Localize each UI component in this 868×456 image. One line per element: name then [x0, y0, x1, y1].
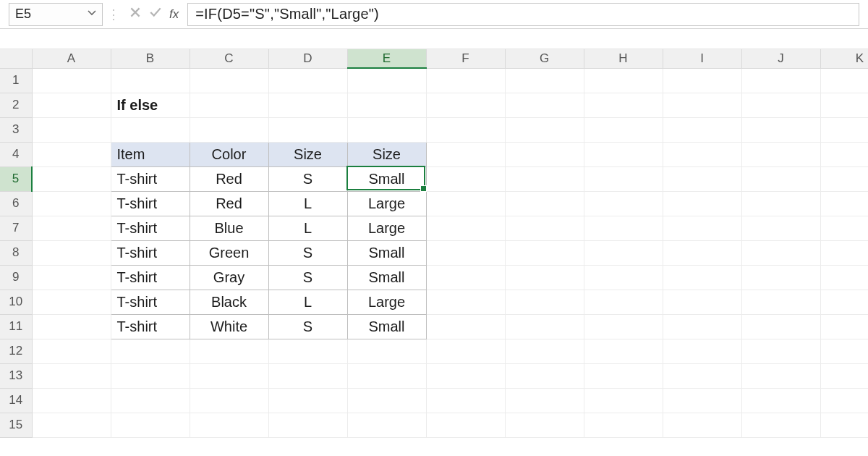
cell-D10[interactable]: L — [268, 290, 347, 314]
cell-J5[interactable] — [741, 166, 820, 191]
cell-D6[interactable]: L — [268, 191, 347, 216]
cell-K4[interactable] — [820, 142, 868, 166]
cell-F10[interactable] — [426, 290, 505, 314]
cell-K9[interactable] — [820, 265, 868, 290]
cell-B10[interactable]: T-shirt — [111, 290, 190, 314]
cell-A5[interactable] — [32, 166, 111, 191]
cell-D3[interactable] — [268, 117, 347, 142]
cell-A3[interactable] — [32, 117, 111, 142]
col-header-I[interactable]: I — [663, 49, 741, 68]
cell-B15[interactable] — [111, 413, 190, 437]
cell-B7[interactable]: T-shirt — [111, 216, 190, 240]
col-header-C[interactable]: C — [190, 49, 268, 68]
cell-C9[interactable]: Gray — [190, 265, 268, 290]
cell-C4[interactable]: Color — [190, 142, 268, 166]
cell-E4[interactable]: Size — [347, 142, 426, 166]
cell-B12[interactable] — [111, 339, 190, 363]
cell-A2[interactable] — [32, 93, 111, 117]
cell-H13[interactable] — [584, 363, 663, 388]
cell-D5[interactable]: S — [268, 166, 347, 191]
cell-I6[interactable] — [663, 191, 741, 216]
cell-D7[interactable]: L — [268, 216, 347, 240]
cell-J2[interactable] — [741, 93, 820, 117]
cell-F8[interactable] — [426, 240, 505, 265]
cell-E13[interactable] — [347, 363, 426, 388]
cell-G2[interactable] — [505, 93, 584, 117]
cell-I2[interactable] — [663, 93, 741, 117]
cell-A15[interactable] — [32, 413, 111, 437]
cell-E15[interactable] — [347, 413, 426, 437]
cell-H6[interactable] — [584, 191, 663, 216]
cell-G5[interactable] — [505, 166, 584, 191]
cell-D11[interactable]: S — [268, 314, 347, 339]
cell-K15[interactable] — [820, 413, 868, 437]
sheet-area[interactable]: A B C D E F G H I J K 12If else34ItemCol… — [0, 49, 868, 438]
row-header-10[interactable]: 10 — [0, 290, 32, 314]
cell-F3[interactable] — [426, 117, 505, 142]
cell-E6[interactable]: Large — [347, 191, 426, 216]
fx-icon[interactable]: fx — [169, 7, 183, 22]
cell-D15[interactable] — [268, 413, 347, 437]
formula-input[interactable]: =IF(D5="S","Small","Large") — [187, 3, 859, 26]
cell-H4[interactable] — [584, 142, 663, 166]
col-header-K[interactable]: K — [820, 49, 868, 68]
row-header-5[interactable]: 5 — [0, 166, 32, 191]
cell-B5[interactable]: T-shirt — [111, 166, 190, 191]
cell-C10[interactable]: Black — [190, 290, 268, 314]
cell-C14[interactable] — [190, 388, 268, 413]
row-header-13[interactable]: 13 — [0, 363, 32, 388]
cell-I1[interactable] — [663, 68, 741, 93]
cell-F1[interactable] — [426, 68, 505, 93]
cell-B2[interactable]: If else — [111, 93, 190, 117]
cell-J1[interactable] — [741, 68, 820, 93]
row-header-6[interactable]: 6 — [0, 191, 32, 216]
cell-A9[interactable] — [32, 265, 111, 290]
cell-G6[interactable] — [505, 191, 584, 216]
cell-C3[interactable] — [190, 117, 268, 142]
cell-E1[interactable] — [347, 68, 426, 93]
cell-B13[interactable] — [111, 363, 190, 388]
spreadsheet-grid[interactable]: A B C D E F G H I J K 12If else34ItemCol… — [0, 49, 868, 438]
cell-A8[interactable] — [32, 240, 111, 265]
cell-J9[interactable] — [741, 265, 820, 290]
cell-C5[interactable]: Red — [190, 166, 268, 191]
cell-H14[interactable] — [584, 388, 663, 413]
row-header-2[interactable]: 2 — [0, 93, 32, 117]
cell-K5[interactable] — [820, 166, 868, 191]
cell-K11[interactable] — [820, 314, 868, 339]
cell-I14[interactable] — [663, 388, 741, 413]
cell-D13[interactable] — [268, 363, 347, 388]
cell-F13[interactable] — [426, 363, 505, 388]
cell-C11[interactable]: White — [190, 314, 268, 339]
row-header-11[interactable]: 11 — [0, 314, 32, 339]
cell-K8[interactable] — [820, 240, 868, 265]
cell-H5[interactable] — [584, 166, 663, 191]
cell-G11[interactable] — [505, 314, 584, 339]
select-all-corner[interactable] — [0, 49, 32, 68]
col-header-E[interactable]: E — [347, 49, 426, 68]
cell-I7[interactable] — [663, 216, 741, 240]
enter-check-icon[interactable] — [149, 6, 162, 22]
cell-J4[interactable] — [741, 142, 820, 166]
cell-H9[interactable] — [584, 265, 663, 290]
row-header-9[interactable]: 9 — [0, 265, 32, 290]
col-header-A[interactable]: A — [32, 49, 111, 68]
cell-G8[interactable] — [505, 240, 584, 265]
cell-H3[interactable] — [584, 117, 663, 142]
cell-E14[interactable] — [347, 388, 426, 413]
cell-G7[interactable] — [505, 216, 584, 240]
col-header-H[interactable]: H — [584, 49, 663, 68]
cell-E8[interactable]: Small — [347, 240, 426, 265]
cell-I15[interactable] — [663, 413, 741, 437]
cell-H10[interactable] — [584, 290, 663, 314]
cell-J8[interactable] — [741, 240, 820, 265]
cell-A14[interactable] — [32, 388, 111, 413]
cell-G14[interactable] — [505, 388, 584, 413]
cell-D12[interactable] — [268, 339, 347, 363]
cell-D2[interactable] — [268, 93, 347, 117]
cell-J10[interactable] — [741, 290, 820, 314]
cell-A11[interactable] — [32, 314, 111, 339]
cell-H11[interactable] — [584, 314, 663, 339]
row-header-7[interactable]: 7 — [0, 216, 32, 240]
cell-K1[interactable] — [820, 68, 868, 93]
